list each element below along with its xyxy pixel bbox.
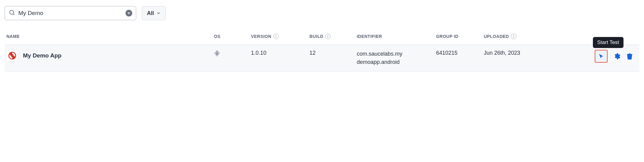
delete-button[interactable] xyxy=(626,53,633,60)
svg-line-10 xyxy=(218,50,218,51)
col-build: BUILD xyxy=(309,34,323,39)
start-test-button[interactable]: Start Test xyxy=(595,50,608,63)
chevron-down-icon xyxy=(156,11,161,15)
svg-point-0 xyxy=(10,10,14,14)
svg-line-1 xyxy=(13,14,15,15)
settings-button[interactable] xyxy=(613,53,620,60)
col-os: OS xyxy=(214,34,220,39)
col-uploaded: UPLOADED xyxy=(484,34,509,39)
group-id-value: 6410215 xyxy=(436,50,458,56)
col-version: VERSION xyxy=(251,34,271,39)
android-icon xyxy=(214,52,220,58)
filter-dropdown[interactable]: All xyxy=(142,6,166,20)
app-name: My Demo App xyxy=(23,52,62,59)
top-bar: All xyxy=(5,6,639,20)
apps-table: NAME OS VERSIONi BUILDi IDENTIFIER GROUP… xyxy=(5,29,639,72)
svg-line-9 xyxy=(216,50,216,51)
table-row: My Demo App 1.0.10 xyxy=(5,45,639,72)
filter-label: All xyxy=(147,10,154,17)
svg-rect-6 xyxy=(219,52,219,54)
build-value: 12 xyxy=(309,50,316,56)
info-icon[interactable]: i xyxy=(511,34,516,39)
trash-icon xyxy=(626,53,633,60)
app-icon xyxy=(6,50,18,61)
info-icon[interactable]: i xyxy=(325,34,331,39)
version-value: 1.0.10 xyxy=(251,50,266,56)
clear-search-icon[interactable] xyxy=(125,10,132,17)
identifier-value: com.saucelabs.mydemoapp.android xyxy=(357,50,402,66)
gear-icon xyxy=(613,53,620,60)
tooltip: Start Test xyxy=(593,37,623,48)
col-identifier: IDENTIFIER xyxy=(357,34,382,39)
svg-rect-8 xyxy=(217,55,218,56)
search-input[interactable] xyxy=(18,10,122,17)
search-box[interactable] xyxy=(5,6,136,20)
uploaded-value: Jun 26th, 2023 xyxy=(484,50,520,56)
col-name: NAME xyxy=(6,34,20,39)
svg-rect-7 xyxy=(216,55,217,56)
svg-rect-5 xyxy=(215,52,215,54)
search-icon xyxy=(9,9,15,17)
col-group-id: GROUP ID xyxy=(436,34,459,39)
cursor-icon xyxy=(598,53,604,59)
info-icon[interactable]: i xyxy=(273,34,279,39)
row-actions: Start Test xyxy=(552,50,636,63)
